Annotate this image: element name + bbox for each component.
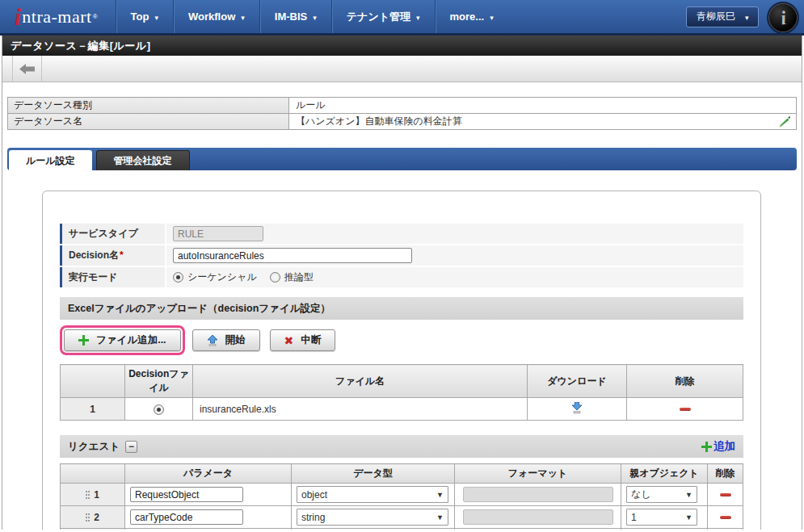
nav-item-label: IM-BIS [275,10,307,23]
radio-sequential-label: シーケンシャル [187,270,257,284]
edit-pencil-icon[interactable] [778,115,791,128]
parent-object-value: なし [631,488,651,501]
add-file-button[interactable]: ファイル追加... [64,329,181,351]
exec-mode-label: 実行モード [60,267,165,287]
badge-glyph: i [779,7,787,27]
nav-item-label: テナント管理 [347,10,410,24]
drag-handle-icon[interactable] [86,513,87,515]
delete-parameter-icon[interactable] [720,516,731,519]
chevron-down-icon: ▾ [241,14,245,22]
decision-name-field[interactable] [173,248,412,263]
excel-upload-section-header: Excelファイルのアップロード（decisionファイル設定） [60,297,743,320]
chevron-down-icon: ▾ [154,14,158,22]
parent-object-select[interactable]: 1 ▼ [626,509,697,526]
table-header-row: Decisionファイル ファイル名 ダウンロード 削除 [61,365,743,398]
plus-icon [78,335,89,346]
radio-inference-label: 推論型 [284,270,314,284]
logo-text: ntra-mart [22,6,91,27]
param-col-format: フォーマット [455,464,621,484]
nav-item-top[interactable]: Top ▾ [116,0,173,33]
nav-item-label: Top [131,10,149,23]
table-header-row: パラメータ データ型 フォーマット 親オブジェクト 削除 [61,464,743,484]
add-file-button-label: ファイル追加... [96,333,166,347]
parent-object-select[interactable]: なし ▼ [626,486,697,503]
rule-settings-panel: サービスタイプ Decision名* 実行モード [42,191,761,530]
data-type-select[interactable]: string ▼ [297,509,448,526]
collapse-section-button[interactable]: − [125,441,137,453]
exec-mode-row: 実行モード シーケンシャル 推論型 [60,267,743,287]
nav-item-workflow[interactable]: Workflow ▾ [173,0,259,33]
file-col-download: ダウンロード [528,365,627,398]
service-type-label: サービスタイプ [60,224,165,244]
table-row: データソース種別 ルール [8,98,797,114]
logo-registered-mark: ® [93,13,98,20]
param-row-index: 2 [94,512,99,523]
chevron-down-icon: ▾ [745,14,749,22]
nav-item-more[interactable]: more... ▾ [435,0,508,33]
file-col-delete: 削除 [627,365,743,398]
page-content: データソース種別 ルール データソース名 【ハンズオン】自動車保険の料金計算 [2,97,802,530]
decision-file-table: Decisionファイル ファイル名 ダウンロード 削除 1 insurance… [60,364,743,421]
format-input[interactable] [463,509,613,525]
request-section-header: リクエスト − 追加 [60,435,743,458]
pink-highlight-annotation: ファイル追加... [60,325,185,355]
navbar-right-group: 青柳辰巳 ▾ i [686,0,804,33]
drag-handle-icon[interactable] [86,491,87,492]
request-section-title: リクエスト [68,435,120,458]
tab-admin-company-settings[interactable]: 管理会社設定 [96,150,190,170]
red-x-icon: ✖ [284,334,294,347]
start-button-label: 開始 [225,333,246,347]
nav-item-tenant-admin[interactable]: テナント管理 ▾ [331,0,435,33]
service-type-field[interactable] [173,226,263,241]
page-frame: データソース－編集[ルール] データソース種別 ルール データソース名 [2,36,802,530]
decision-file-radio[interactable] [154,404,164,415]
excel-upload-section-title: Excelファイルのアップロード（decisionファイル設定） [68,297,330,320]
param-col-index [61,464,125,484]
add-parameter-link[interactable]: 追加 [701,435,735,458]
datasource-type-label: データソース種別 [8,98,289,114]
select-arrow-icon: ▼ [436,491,444,499]
param-row-index: 1 [94,489,99,501]
delete-parameter-icon[interactable] [720,493,731,496]
intra-mart-badge-icon[interactable]: i [767,2,799,34]
chevron-down-icon: ▾ [490,14,494,22]
format-input[interactable] [463,487,613,502]
nav-item-im-bis[interactable]: IM-BIS ▾ [259,0,331,33]
user-name: 青柳辰巳 [697,10,735,23]
intra-mart-logo[interactable]: intra-mart® [0,0,116,33]
select-arrow-icon: ▼ [685,513,692,522]
user-menu-button[interactable]: 青柳辰巳 ▾ [686,6,759,27]
parameter-name-input[interactable] [130,509,243,525]
parameter-name-input[interactable] [130,487,243,502]
table-row: 2 string ▼ 1 ▼ [61,506,743,529]
back-arrow-icon [19,64,35,74]
radio-sequential[interactable] [173,272,183,283]
tab-bar: ルール設定 管理会社設定 [7,148,797,170]
abort-button[interactable]: ✖ 中断 [270,329,336,351]
back-button[interactable] [12,56,42,82]
file-col-decision: Decisionファイル [125,365,193,398]
param-col-parent: 親オブジェクト [621,464,708,484]
param-col-type: データ型 [292,464,455,484]
delete-file-icon[interactable] [680,408,691,411]
parent-object-value: 1 [631,512,637,523]
table-row: データソース名 【ハンズオン】自動車保険の料金計算 [8,114,797,130]
service-type-row: サービスタイプ [60,224,743,244]
data-type-select[interactable]: object ▼ [297,486,448,503]
datasource-type-value: ルール [289,98,797,114]
start-button[interactable]: 開始 [192,329,260,351]
request-parameters-table: パラメータ データ型 フォーマット 親オブジェクト 削除 1 object ▼ [60,463,743,530]
abort-button-label: 中断 [301,333,321,347]
top-navbar: intra-mart® Top ▾ Workflow ▾ IM-BIS ▾ テナ… [0,0,804,36]
tab-rule-settings[interactable]: ルール設定 [9,150,92,170]
table-row: 3 ▼ ▼ [61,529,743,530]
file-name-cell: insuranceRule.xls [193,398,528,421]
datasource-name-label: データソース名 [8,114,289,130]
decision-name-label-text: Decision名 [69,249,119,261]
decision-name-row: Decision名* [60,245,743,266]
download-icon[interactable] [571,402,583,414]
page-title: データソース－編集[ルール] [2,36,802,56]
select-arrow-icon: ▼ [685,491,692,499]
radio-inference[interactable] [270,272,280,283]
data-type-value: string [301,512,325,523]
